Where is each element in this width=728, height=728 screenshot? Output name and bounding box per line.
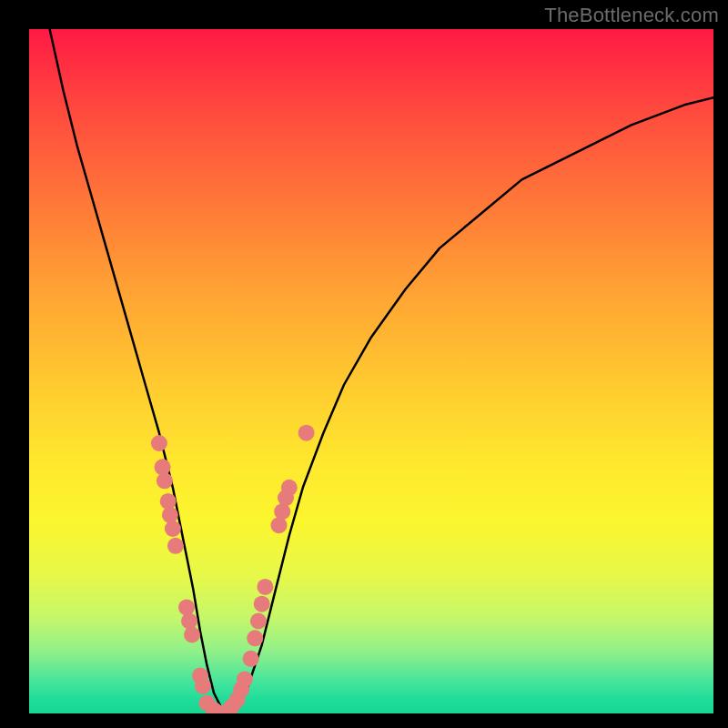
scatter-dot [298,425,315,441]
scatter-dot [243,651,259,667]
scatter-dot [274,503,290,520]
bottleneck-curve [50,29,713,713]
scatter-dot [178,599,195,615]
scatter-dot [281,480,298,496]
plot-area [29,29,713,713]
scatter-dot [257,579,273,595]
scatter-dot [254,596,270,612]
scatter-dot [184,627,200,643]
scatter-dot [237,671,253,687]
chart-svg [29,29,713,713]
watermark-text: TheBottleneck.com [544,4,719,27]
scatter-dot [162,507,178,523]
scatter-dot [250,613,267,630]
scatter-dot [151,435,167,451]
scatter-dot [157,472,173,489]
scatter-dot [195,678,211,694]
scatter-dot [271,517,288,533]
scatter-dot [167,538,184,554]
scatter-dot [181,613,197,630]
scatter-dot [247,630,263,646]
chart-frame: TheBottleneck.com [0,0,728,728]
scatter-dot [165,521,181,537]
